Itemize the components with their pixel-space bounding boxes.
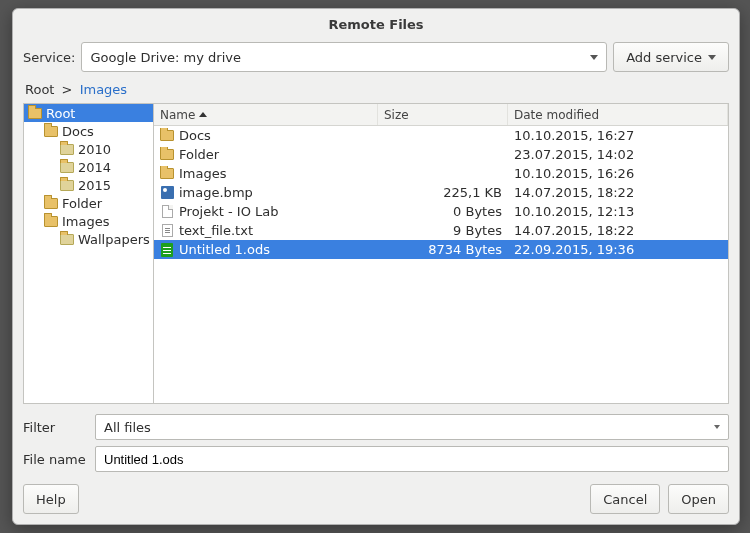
filter-select[interactable]: All files (95, 414, 729, 440)
tree-item-label: Wallpapers (78, 232, 150, 247)
service-selected: Google Drive: my drive (90, 50, 241, 65)
file-name: text_file.txt (179, 223, 253, 238)
tree-item[interactable]: 2015 (24, 176, 153, 194)
image-icon (160, 186, 174, 200)
file-row[interactable]: Untitled 1.ods8734 Bytes22.09.2015, 19:3… (154, 240, 728, 259)
folder-icon (160, 129, 174, 143)
folder-icon (44, 198, 58, 209)
file-date: 22.09.2015, 19:36 (508, 242, 728, 257)
chevron-down-icon (714, 425, 720, 429)
tree-item[interactable]: Folder (24, 194, 153, 212)
text-file-icon (160, 224, 174, 238)
column-size[interactable]: Size (378, 104, 508, 125)
file-name: Untitled 1.ods (179, 242, 270, 257)
file-date: 14.07.2015, 18:22 (508, 223, 728, 238)
file-rows[interactable]: Docs10.10.2015, 16:27Folder23.07.2015, 1… (154, 126, 728, 403)
add-service-button[interactable]: Add service (613, 42, 729, 72)
file-date: 23.07.2015, 14:02 (508, 147, 728, 162)
file-name: image.bmp (179, 185, 253, 200)
file-row[interactable]: Images10.10.2015, 16:26 (154, 164, 728, 183)
filename-row: File name (23, 446, 729, 472)
tree-item[interactable]: 2010 (24, 140, 153, 158)
file-name: Images (179, 166, 227, 181)
folder-icon (60, 144, 74, 155)
folder-icon (60, 162, 74, 173)
filter-label: Filter (23, 420, 87, 435)
folder-icon (44, 216, 58, 227)
folder-icon (44, 126, 58, 137)
service-row: Service: Google Drive: my drive Add serv… (13, 38, 739, 76)
help-button[interactable]: Help (23, 484, 79, 514)
filename-label: File name (23, 452, 87, 467)
file-date: 10.10.2015, 12:13 (508, 204, 728, 219)
tree-item[interactable]: Images (24, 212, 153, 230)
remote-files-dialog: Remote Files Service: Google Drive: my d… (12, 8, 740, 525)
tree-item[interactable]: Docs (24, 122, 153, 140)
file-date: 10.10.2015, 16:27 (508, 128, 728, 143)
tree-item-label: Folder (62, 196, 102, 211)
column-headers: Name Size Date modified (154, 104, 728, 126)
sort-ascending-icon (199, 112, 207, 117)
folder-icon (28, 108, 42, 119)
file-size: 9 Bytes (378, 223, 508, 238)
column-name[interactable]: Name (154, 104, 378, 125)
file-list: Name Size Date modified Docs10.10.2015, … (153, 103, 729, 404)
breadcrumb: Root > Images (13, 76, 739, 101)
service-select[interactable]: Google Drive: my drive (81, 42, 607, 72)
folder-icon (60, 180, 74, 191)
service-label: Service: (23, 50, 75, 65)
breadcrumb-separator: > (59, 82, 76, 97)
file-row[interactable]: image.bmp225,1 KB14.07.2015, 18:22 (154, 183, 728, 202)
chevron-down-icon (708, 55, 716, 60)
cancel-button[interactable]: Cancel (590, 484, 660, 514)
file-date: 10.10.2015, 16:26 (508, 166, 728, 181)
file-date: 14.07.2015, 18:22 (508, 185, 728, 200)
file-size: 8734 Bytes (378, 242, 508, 257)
action-row: Help Cancel Open (23, 484, 729, 514)
file-row[interactable]: text_file.txt9 Bytes14.07.2015, 18:22 (154, 221, 728, 240)
filter-value: All files (104, 420, 151, 435)
tree-item-label: 2015 (78, 178, 111, 193)
tree-item[interactable]: Root (24, 104, 153, 122)
tree-item-label: Root (46, 106, 75, 121)
bottom-panel: Filter All files File name Help Cancel O… (13, 404, 739, 524)
breadcrumb-root[interactable]: Root (25, 82, 54, 97)
filter-row: Filter All files (23, 414, 729, 440)
folder-icon (160, 167, 174, 181)
column-date[interactable]: Date modified (508, 104, 728, 125)
tree-item-label: 2014 (78, 160, 111, 175)
file-row[interactable]: Folder23.07.2015, 14:02 (154, 145, 728, 164)
filename-input[interactable] (104, 452, 720, 467)
file-size: 225,1 KB (378, 185, 508, 200)
tree-item-label: 2010 (78, 142, 111, 157)
chevron-down-icon (590, 55, 598, 60)
add-service-label: Add service (626, 50, 702, 65)
file-name: Projekt - IO Lab (179, 204, 278, 219)
file-name: Folder (179, 147, 219, 162)
tree-item[interactable]: 2014 (24, 158, 153, 176)
main-area: RootDocs201020142015FolderImagesWallpape… (13, 101, 739, 404)
open-button[interactable]: Open (668, 484, 729, 514)
folder-icon (160, 148, 174, 162)
spreadsheet-icon (160, 243, 174, 257)
filename-input-wrap (95, 446, 729, 472)
breadcrumb-current[interactable]: Images (80, 82, 128, 97)
file-size: 0 Bytes (378, 204, 508, 219)
document-icon (160, 205, 174, 219)
file-row[interactable]: Projekt - IO Lab0 Bytes10.10.2015, 12:13 (154, 202, 728, 221)
tree-item[interactable]: Wallpapers (24, 230, 153, 248)
folder-tree[interactable]: RootDocs201020142015FolderImagesWallpape… (23, 103, 153, 404)
file-row[interactable]: Docs10.10.2015, 16:27 (154, 126, 728, 145)
tree-item-label: Docs (62, 124, 94, 139)
folder-icon (60, 234, 74, 245)
dialog-title: Remote Files (13, 9, 739, 38)
tree-item-label: Images (62, 214, 110, 229)
file-name: Docs (179, 128, 211, 143)
